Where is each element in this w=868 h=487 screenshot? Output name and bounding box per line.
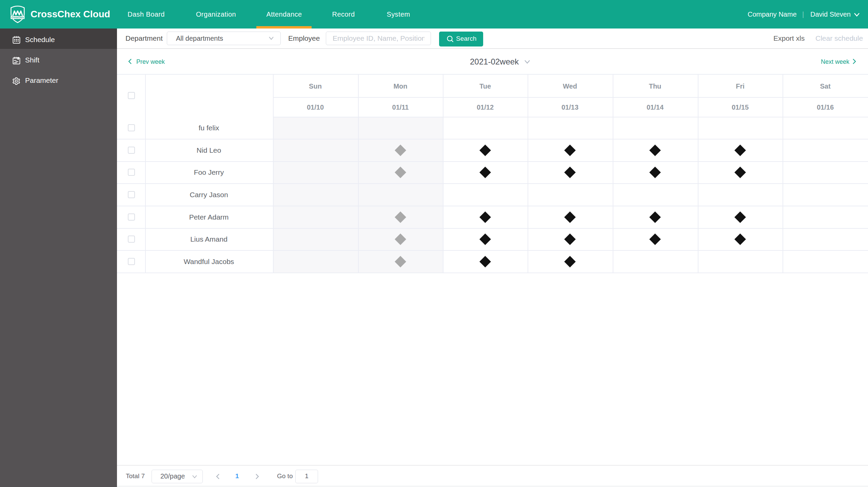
svg-text:CrossChex: CrossChex — [12, 16, 24, 19]
